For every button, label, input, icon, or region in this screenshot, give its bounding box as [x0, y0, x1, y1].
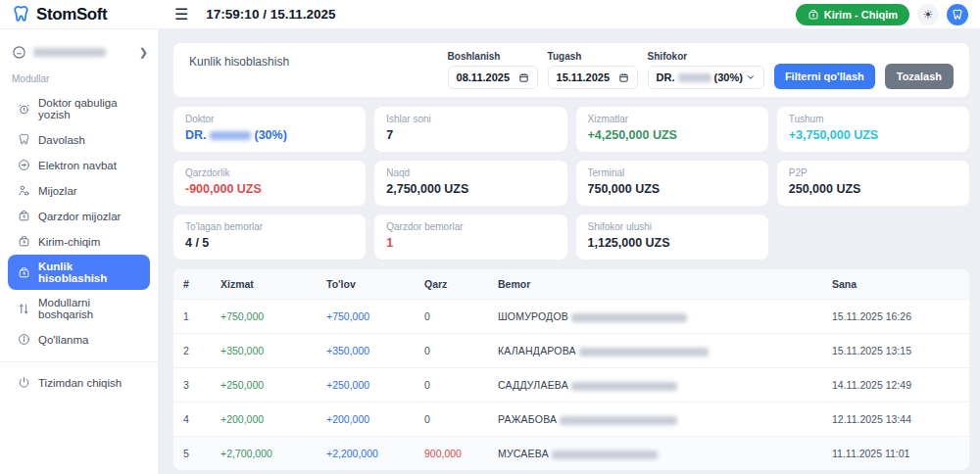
doctor-select-label: Shifokor — [648, 51, 764, 62]
app-title: StomSoft — [36, 5, 107, 24]
redacted-doctor-name — [210, 131, 251, 140]
start-date-input[interactable]: 08.11.2025 — [448, 66, 538, 89]
tooth-logo-icon — [12, 5, 30, 24]
sidebar-item-modullarni-boshqarish[interactable]: Modullarni boshqarish — [8, 291, 150, 326]
sidebar-item-mijozlar[interactable]: Mijozlar — [8, 178, 150, 203]
redacted-patient-info — [571, 382, 677, 391]
stat-shifokor-ulushi: Shifokor ulushi 1,125,000 UZS — [575, 213, 769, 261]
table-row[interactable]: 5 +2,700,000 +2,200,000 900,000 МУСАЕВА … — [173, 437, 969, 471]
col-xizmat: Xizmat — [211, 269, 317, 300]
col-tolov: To'lov — [317, 269, 415, 300]
theme-sun-icon[interactable]: ☀ — [917, 4, 939, 25]
sidebar-item-kunlik-hisoblashish[interactable]: Kunlik hisoblashish — [8, 255, 150, 290]
money-bag-icon — [18, 266, 30, 279]
money-bag-icon — [808, 9, 819, 21]
page-title: Kunlik hisoblashish — [189, 55, 289, 69]
end-date-input[interactable]: 15.11.2025 — [548, 66, 638, 89]
money-bag-icon — [18, 235, 30, 248]
main-content: Kunlik hisoblashish Boshlanish 08.11.202… — [159, 29, 980, 474]
stat-empty-slot — [776, 213, 970, 261]
table-row[interactable]: 4 +200,000 +200,000 0 РАЖАБОВА 12.11.202… — [173, 403, 969, 437]
sidebar-section-label: Modullar — [0, 70, 158, 90]
table-row[interactable]: 2 +350,000 +350,000 0 КАЛАНДАРОВА 15.11.… — [173, 334, 969, 368]
alarm-clock-icon — [18, 103, 30, 116]
redacted-patient-info — [571, 313, 687, 322]
stat-tushum: Tushum +3,750,000 UZS — [776, 106, 970, 153]
doctor-select-group: Shifokor DR. (30%) — [648, 51, 764, 89]
stat-xizmatlar: Xizmatlar +4,250,000 UZS — [575, 106, 769, 153]
avatar[interactable] — [947, 4, 968, 25]
sidebar-item-doktor-qabuliga-yozish[interactable]: Doktor qabuliga yozish — [8, 91, 150, 126]
logout-button[interactable]: Tizimdan chiqish — [8, 370, 150, 395]
calendar-icon — [518, 72, 529, 83]
sidebar-item-qarzdor-mijozlar[interactable]: Qarzdor mijozlar — [8, 204, 150, 228]
money-bag-icon — [18, 210, 30, 222]
end-date-label: Tugash — [548, 51, 638, 62]
stat-terminal: Terminal 750,000 UZS — [575, 160, 769, 207]
stat-ishlar-soni: Ishlar soni 7 — [373, 106, 567, 153]
power-icon — [18, 376, 30, 389]
stat-qarzdorlik: Qarzdorlik -900,000 UZS — [172, 160, 367, 207]
clear-filter-button[interactable]: Tozalash — [885, 64, 954, 89]
chevron-right-icon: ❯ — [139, 46, 148, 59]
sidebar-user-item[interactable]: ❯ — [0, 37, 158, 70]
table-row[interactable]: 1 +750,000 +750,000 0 ШОМУРОДОВ 15.11.20… — [173, 300, 969, 334]
info-icon — [18, 333, 30, 346]
redacted-patient-info — [552, 450, 658, 459]
tooth-icon — [18, 133, 30, 146]
app-logo: StomSoft — [0, 5, 159, 24]
col-num: # — [173, 269, 211, 300]
chevron-down-icon — [746, 72, 756, 82]
apply-filter-button[interactable]: Filterni qo'llash — [774, 64, 875, 89]
redacted-patient-info — [560, 416, 677, 425]
clock-datetime: 17:59:10 / 15.11.2025 — [206, 7, 335, 22]
stat-naqd: Naqd 2,750,000 UZS — [373, 160, 567, 207]
arrow-right-circle-icon — [18, 159, 30, 171]
stat-doktor: Doktor DR. (30%) — [172, 106, 367, 153]
transactions-table: # Xizmat To'lov Qarz Bemor Sana 1 +750,0… — [172, 268, 970, 471]
tooth-icon — [952, 9, 963, 21]
start-date-label: Boshlanish — [448, 51, 538, 62]
start-date-group: Boshlanish 08.11.2025 — [448, 51, 538, 89]
stats-grid: Doktor DR. (30%) Ishlar soni 7 Xizmatlar… — [172, 106, 970, 261]
sidebar-item-elektron-navbat[interactable]: Elektron navbat — [8, 153, 150, 177]
col-bemor: Bemor — [488, 269, 822, 300]
sliders-icon — [18, 303, 30, 315]
sidebar-divider — [0, 361, 158, 362]
sidebar-item-qollanma[interactable]: Qo'llanma — [8, 327, 150, 352]
end-date-group: Tugash 15.11.2025 — [548, 51, 638, 89]
users-icon — [18, 184, 30, 197]
doctor-select[interactable]: DR. (30%) — [648, 66, 764, 89]
sidebar-item-davolash[interactable]: Davolash — [8, 127, 150, 152]
redacted-patient-info — [579, 348, 709, 356]
sidebar-item-kirim-chiqim[interactable]: Kirim-chiqim — [8, 229, 150, 254]
stat-p2p: P2P 250,000 UZS — [776, 160, 970, 207]
calendar-icon — [618, 72, 629, 83]
redacted-doctor-name — [678, 73, 711, 82]
hamburger-menu-icon[interactable]: ☰ — [174, 7, 188, 23]
sidebar: ❯ Modullar Doktor qabuliga yozish Davola… — [0, 29, 159, 474]
topbar: StomSoft ☰ 17:59:10 / 15.11.2025 Kirim -… — [0, 0, 980, 29]
table-row[interactable]: 3 +250,000 +250,000 0 САДДУЛАЕВА 14.11.2… — [173, 368, 969, 403]
stat-tolagan-bemorlar: To'lagan bemorlar 4 / 5 — [172, 213, 367, 261]
kirim-chiqim-button[interactable]: Kirim - Chiqim — [796, 4, 909, 25]
col-qarz: Qarz — [415, 269, 488, 300]
clinic-icon — [12, 45, 26, 60]
filter-panel: Kunlik hisoblashish Boshlanish 08.11.202… — [172, 42, 970, 98]
col-sana: Sana — [822, 269, 969, 300]
redacted-user-name — [33, 48, 106, 57]
table-header-row: # Xizmat To'lov Qarz Bemor Sana — [173, 269, 969, 300]
stat-qarzdor-bemorlar: Qarzdor bemorlar 1 — [373, 213, 567, 261]
